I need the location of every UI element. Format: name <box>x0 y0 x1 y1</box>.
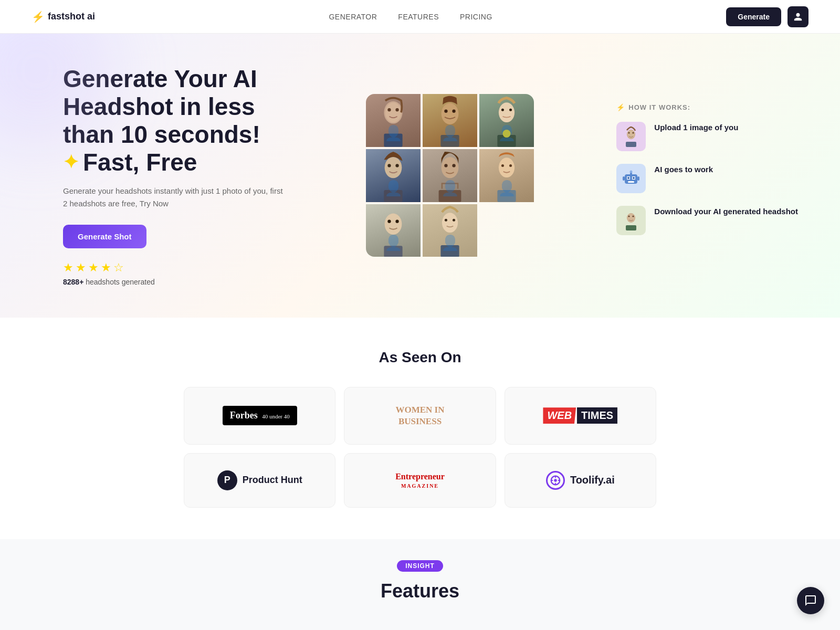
nav-user-button[interactable] <box>788 6 808 27</box>
svg-point-28 <box>396 219 399 223</box>
photo-3 <box>479 94 534 147</box>
logo-card-forbes: Forbes 40 under 40 <box>184 387 335 445</box>
hero-photo-grid <box>366 94 534 257</box>
entrepreneur-logo: Entrepreneur MAGAZINE <box>395 471 445 489</box>
star-rating: ★ ★ ★ ★ ☆ <box>63 261 284 275</box>
step-3-icon <box>616 206 646 235</box>
svg-point-27 <box>387 219 391 223</box>
nav-generator[interactable]: GENERATOR <box>329 13 377 21</box>
svg-point-43 <box>633 177 635 179</box>
svg-point-10 <box>501 109 504 111</box>
face-svg-1 <box>366 94 421 147</box>
photo-6 <box>479 149 534 202</box>
svg-rect-21 <box>439 190 461 202</box>
svg-point-52 <box>633 215 634 217</box>
svg-point-32 <box>453 218 455 221</box>
rating-text: 8288+ headshots generated <box>63 278 284 286</box>
step-1-icon <box>616 122 646 151</box>
svg-point-23 <box>501 164 504 167</box>
star-3: ★ <box>88 261 99 275</box>
logo-card-producthunt: P Product Hunt <box>184 453 335 508</box>
hero-subtitle: Generate your headshots instantly with j… <box>63 185 284 210</box>
svg-point-36 <box>628 132 630 133</box>
svg-point-24 <box>509 164 512 167</box>
upload-face-icon <box>621 126 642 147</box>
step-1-text: Upload 1 image of you <box>654 122 738 133</box>
forbes-subtext: 40 under 40 <box>262 413 290 419</box>
step-2: AI goes to work <box>616 164 798 193</box>
photo-2 <box>423 94 477 147</box>
photo-7 <box>366 204 421 257</box>
svg-rect-25 <box>498 190 516 202</box>
svg-point-14 <box>385 157 402 178</box>
nav-features[interactable]: FEATURES <box>398 13 439 21</box>
producthunt-text: Product Hunt <box>243 475 302 486</box>
bolt-icon-how: ⚡ <box>616 103 625 111</box>
svg-point-1 <box>385 103 401 123</box>
svg-point-6 <box>444 110 447 113</box>
entrepreneur-name: Entrepreneur <box>395 471 445 482</box>
how-it-works-text: HOW IT WORKS: <box>628 103 690 111</box>
chat-button[interactable] <box>797 587 824 613</box>
entrepreneur-mag: MAGAZINE <box>395 482 445 489</box>
features-section: INSIGHT Features <box>0 539 840 613</box>
svg-point-51 <box>628 215 630 217</box>
logo-card-webtimes: WEB TIMES <box>505 387 656 445</box>
svg-point-18 <box>442 157 459 178</box>
face-svg-4 <box>366 149 421 202</box>
svg-point-9 <box>499 103 514 123</box>
hero-fast-free: ✦ Fast, Free <box>63 149 284 176</box>
headshot-count: 8288+ <box>63 278 83 286</box>
svg-point-20 <box>453 164 456 167</box>
svg-rect-4 <box>384 134 403 147</box>
star-2: ★ <box>76 261 86 275</box>
bolt-icon: ⚡ <box>32 10 45 23</box>
star-1: ★ <box>63 261 74 275</box>
ph-circle-icon: P <box>217 470 237 490</box>
robot-icon <box>621 168 642 189</box>
generate-shot-button[interactable]: Generate Shot <box>63 225 146 248</box>
svg-rect-44 <box>628 181 634 183</box>
svg-point-30 <box>442 213 458 233</box>
svg-rect-12 <box>498 135 516 147</box>
face-svg-7 <box>366 204 421 257</box>
photo-1 <box>366 94 421 147</box>
download-headshot-icon <box>621 210 642 231</box>
chat-icon <box>804 594 817 607</box>
face-svg-2 <box>423 94 477 147</box>
svg-point-19 <box>444 164 447 167</box>
hero-fast-free-text: Fast, Free <box>83 149 197 176</box>
svg-point-15 <box>387 164 391 167</box>
nav-links: GENERATOR FEATURES PRICING <box>329 13 492 21</box>
svg-rect-48 <box>637 176 639 181</box>
logos-grid: Forbes 40 under 40 WOMEN INBUSINESS WEB … <box>184 387 656 508</box>
user-icon <box>793 12 803 22</box>
hero-title: Generate Your AI Headshot in less than 1… <box>63 65 284 176</box>
nav-pricing[interactable]: PRICING <box>460 13 492 21</box>
svg-point-26 <box>385 213 402 234</box>
logo-text: fastshot ai <box>48 11 95 22</box>
nav-generate-button[interactable]: Generate <box>726 7 781 26</box>
logo[interactable]: ⚡ fastshot ai <box>32 10 95 23</box>
svg-point-5 <box>442 103 459 124</box>
svg-rect-53 <box>626 225 636 230</box>
svg-point-22 <box>499 158 514 177</box>
svg-point-16 <box>396 164 399 167</box>
photo-8 <box>423 204 477 257</box>
face-svg-3 <box>479 94 534 147</box>
step-1: Upload 1 image of you <box>616 122 798 151</box>
svg-rect-38 <box>626 142 636 147</box>
svg-rect-47 <box>623 176 625 181</box>
svg-point-13 <box>503 130 511 138</box>
toolify-text: Toolify.ai <box>570 474 615 486</box>
how-it-works: ⚡ HOW IT WORKS: Upload 1 image of you <box>616 103 798 248</box>
webtimes-logo: WEB TIMES <box>543 407 617 424</box>
svg-point-11 <box>509 109 512 111</box>
toolify-icon <box>546 471 565 490</box>
svg-rect-17 <box>384 190 403 202</box>
how-it-works-label: ⚡ HOW IT WORKS: <box>616 103 798 111</box>
svg-rect-33 <box>441 245 459 257</box>
svg-point-55 <box>554 479 557 482</box>
features-title: Features <box>42 580 798 602</box>
insight-badge: INSIGHT <box>397 560 443 572</box>
